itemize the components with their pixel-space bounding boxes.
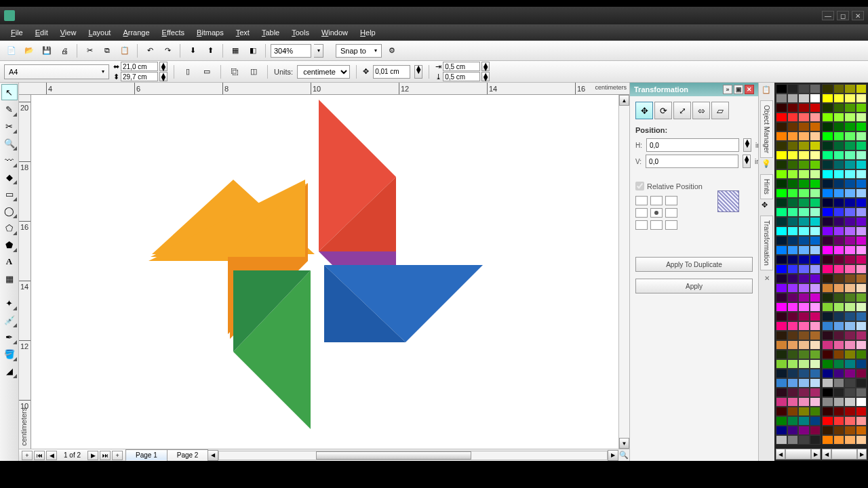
swatch[interactable] <box>798 416 810 426</box>
swatch[interactable] <box>787 198 799 207</box>
swatch[interactable] <box>833 226 845 236</box>
swatch[interactable] <box>798 179 810 188</box>
swatch[interactable] <box>844 416 856 426</box>
page-width-input[interactable] <box>121 62 158 71</box>
swatch[interactable] <box>787 103 799 113</box>
swatch[interactable] <box>787 293 799 302</box>
swatch[interactable] <box>856 226 867 236</box>
swatch[interactable] <box>798 255 810 264</box>
swatch[interactable] <box>776 122 787 131</box>
swatch[interactable] <box>787 236 799 245</box>
app-launcher-button[interactable]: ▦ <box>228 43 243 58</box>
swatch[interactable] <box>833 369 845 378</box>
swatch[interactable] <box>822 245 833 255</box>
swatch[interactable] <box>787 426 799 435</box>
docker-collapse-button[interactable]: » <box>723 85 732 94</box>
swatch[interactable] <box>822 312 833 321</box>
swatch[interactable] <box>798 340 810 350</box>
swatch[interactable] <box>798 84 810 94</box>
export-button[interactable]: ⬆ <box>203 43 218 58</box>
swatch[interactable] <box>798 122 810 131</box>
swatch[interactable] <box>833 245 845 255</box>
apply-to-duplicate-button[interactable]: Apply To Duplicate <box>635 257 753 272</box>
drawing-canvas[interactable] <box>31 95 618 449</box>
swatch[interactable] <box>787 416 799 426</box>
crop-tool[interactable]: ✂ <box>1 118 18 134</box>
redo-button[interactable]: ↷ <box>160 43 175 58</box>
swatch[interactable] <box>844 226 856 236</box>
swatch[interactable] <box>810 435 821 445</box>
swatch[interactable] <box>810 217 821 226</box>
swatch[interactable] <box>856 103 867 113</box>
swatch[interactable] <box>856 160 867 169</box>
width-spinner[interactable]: ▲▼ <box>159 62 167 71</box>
swatch[interactable] <box>810 321 821 331</box>
maximize-button[interactable]: ◻ <box>837 11 849 20</box>
swatch[interactable] <box>798 188 810 198</box>
zoom-input[interactable] <box>271 44 311 58</box>
vertical-scrollbar[interactable]: ▲ ▼ <box>618 95 629 449</box>
pick-tool[interactable]: ↖ <box>1 84 18 100</box>
swatch[interactable] <box>844 103 856 113</box>
swatch[interactable] <box>787 331 799 340</box>
polygon-tool[interactable]: ⬠ <box>1 220 18 236</box>
swatch[interactable] <box>776 321 787 331</box>
rotate-tab[interactable]: ⟳ <box>654 102 672 119</box>
swatch[interactable] <box>810 397 821 407</box>
swatch[interactable] <box>844 331 856 340</box>
height-spinner[interactable]: ▲▼ <box>159 72 167 81</box>
swatch[interactable] <box>776 103 787 113</box>
import-button[interactable]: ⬇ <box>185 43 200 58</box>
swatch[interactable] <box>856 331 867 340</box>
current-page-button[interactable]: ◫ <box>246 64 261 79</box>
swatch[interactable] <box>822 302 833 312</box>
swatch[interactable] <box>776 340 787 350</box>
swatch[interactable] <box>776 150 787 160</box>
swatch[interactable] <box>844 312 856 321</box>
swatch[interactable] <box>776 255 787 264</box>
swatch[interactable] <box>810 141 821 150</box>
rectangle-tool[interactable]: ▭ <box>1 186 18 202</box>
swatch[interactable] <box>798 331 810 340</box>
swatch[interactable] <box>822 293 833 302</box>
swatch[interactable] <box>822 397 833 407</box>
swatch[interactable] <box>822 369 833 378</box>
swatch[interactable] <box>844 188 856 198</box>
swatch[interactable] <box>798 226 810 236</box>
swatch[interactable] <box>810 340 821 350</box>
swatch[interactable] <box>856 113 867 122</box>
swatch[interactable] <box>844 255 856 264</box>
swatch[interactable] <box>844 388 856 397</box>
swatch[interactable] <box>822 350 833 359</box>
swatch[interactable] <box>798 264 810 274</box>
swatch[interactable] <box>844 198 856 207</box>
add-page-button[interactable]: + <box>22 451 33 460</box>
swatch[interactable] <box>844 84 856 94</box>
anchor-center[interactable] <box>650 208 663 218</box>
text-tool[interactable]: A <box>1 253 18 270</box>
swatch[interactable] <box>833 397 845 407</box>
swatch[interactable] <box>787 217 799 226</box>
swatch[interactable] <box>810 331 821 340</box>
swatch[interactable] <box>787 350 799 359</box>
swatch[interactable] <box>844 217 856 226</box>
swatch[interactable] <box>776 397 787 407</box>
swatch[interactable] <box>856 388 867 397</box>
swatch[interactable] <box>776 245 787 255</box>
swatch[interactable] <box>776 369 787 378</box>
menu-table[interactable]: Table <box>256 26 285 39</box>
swatch[interactable] <box>810 113 821 122</box>
swatch[interactable] <box>776 198 787 207</box>
swatch[interactable] <box>856 369 867 378</box>
swatch[interactable] <box>776 312 787 321</box>
swatch[interactable] <box>844 179 856 188</box>
swatch[interactable] <box>787 283 799 293</box>
swatch[interactable] <box>787 122 799 131</box>
swatch[interactable] <box>798 141 810 150</box>
eyedropper-tool[interactable]: 💉 <box>1 312 18 328</box>
swatch[interactable] <box>798 388 810 397</box>
swatch[interactable] <box>810 198 821 207</box>
swatch[interactable] <box>776 426 787 435</box>
swatch[interactable] <box>798 150 810 160</box>
swatch[interactable] <box>798 321 810 331</box>
